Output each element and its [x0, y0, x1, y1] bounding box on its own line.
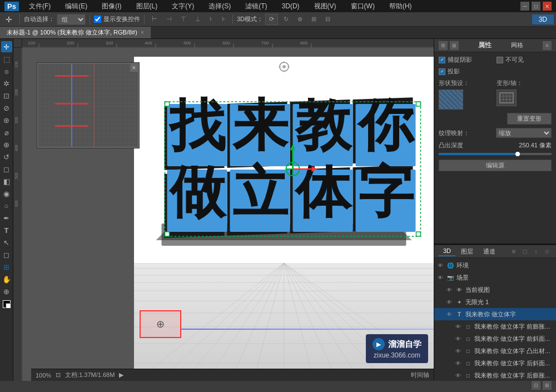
panel-tab-icon-list[interactable]: ≡	[509, 247, 518, 256]
menu-3d[interactable]: 3D(D)	[277, 1, 304, 11]
warp-thumbnail[interactable]	[497, 90, 517, 106]
text-tool[interactable]: T	[1, 225, 12, 236]
align-center-v-btn[interactable]: ⊦	[206, 14, 216, 25]
main-3d-scene[interactable]: 找 来 教 你 做 立 体 字	[134, 57, 434, 369]
pen-tool[interactable]: ✒	[1, 212, 12, 224]
tab-3d[interactable]: 3D	[439, 246, 455, 256]
depth-slider[interactable]	[439, 153, 552, 155]
panel-tab-icon-new[interactable]: □	[520, 247, 529, 256]
capture-shadow-checkbox[interactable]: ✓	[439, 57, 445, 63]
minimize-button[interactable]: ─	[520, 2, 529, 11]
move-tool-btn[interactable]: ✛	[2, 14, 16, 25]
maximize-button[interactable]: □	[532, 2, 540, 11]
layer-item-scene[interactable]: 👁 📷 场景	[434, 271, 556, 284]
align-center-h-btn[interactable]: ⊣	[163, 14, 175, 25]
layer-item-light[interactable]: 👁 ✦ 无限光 1	[434, 296, 556, 308]
3d-slide-btn[interactable]: ⊞	[308, 14, 320, 25]
canvas-content[interactable]: ✕	[31, 57, 434, 381]
layer-eye-text-main[interactable]: 👁	[445, 310, 453, 318]
doc-size-arrow[interactable]: ▶	[119, 371, 123, 379]
brush-tool[interactable]: ⌀	[1, 127, 12, 138]
3d-scale-btn[interactable]: ⊟	[322, 14, 334, 25]
shadow-checkbox[interactable]: ✓	[439, 68, 445, 75]
gradient-tool[interactable]: ◧	[1, 176, 12, 187]
layer-item-front-inflate[interactable]: 👁 □ 我来教你 做立体字 前膨胀...	[434, 320, 556, 333]
layer-eye-current-view[interactable]: 👁	[445, 286, 453, 294]
auto-select-dropdown[interactable]: 组 图层	[57, 14, 86, 25]
align-top-btn[interactable]: ⊥	[192, 14, 204, 25]
close-button[interactable]: ✕	[543, 2, 552, 11]
menu-view[interactable]: 视图(V)	[310, 1, 341, 12]
zoom-fit-icon[interactable]: ⊡	[56, 371, 61, 379]
layer-eye-extrude[interactable]: 👁	[454, 347, 462, 355]
layer-item-back-inflate[interactable]: 👁 □ 我来教你 做立体字 后膨胀...	[434, 369, 556, 381]
3d-tool[interactable]: ⊞	[1, 261, 12, 272]
show-controls-checkbox[interactable]	[94, 16, 101, 23]
layer-item-environment[interactable]: 👁 🌐 环境	[434, 259, 556, 271]
layer-item-text-main[interactable]: 👁 T 我来教你 做立体字	[434, 308, 556, 320]
blur-tool[interactable]: ◉	[1, 188, 12, 199]
texture-map-select[interactable]: 缩放 平铺	[496, 128, 552, 138]
layer-eye-front-inflate[interactable]: 👁	[454, 322, 462, 330]
move-tool[interactable]: ✛	[1, 41, 12, 52]
eyedropper-tool[interactable]: ⊘	[1, 102, 12, 113]
3d-mode-toggle[interactable]: 3D	[532, 14, 554, 24]
layer-name-front-inflate: 我来教你 做立体字 前膨胀...	[474, 322, 554, 331]
background-color[interactable]	[6, 303, 11, 309]
dodge-tool[interactable]: ○	[1, 200, 12, 211]
shape-preset-thumbnail[interactable]	[439, 90, 463, 110]
layer-eye-environment[interactable]: 👁	[436, 261, 444, 269]
prop-more-btn[interactable]: ≡	[543, 41, 552, 50]
clone-stamp-tool[interactable]: ⊕	[1, 139, 12, 150]
layer-eye-back-inflate[interactable]: 👁	[454, 371, 462, 379]
prop-settings-btn[interactable]: ⚙	[439, 41, 448, 50]
menu-select[interactable]: 选择(S)	[204, 1, 235, 12]
panel-tab-icon-up[interactable]: ↑	[532, 247, 540, 256]
zoom-tool[interactable]: ⊕	[1, 286, 12, 297]
layer-eye-light[interactable]: 👁	[445, 298, 453, 306]
menu-text[interactable]: 文字(Y)	[167, 1, 198, 12]
layer-item-extrude[interactable]: 👁 □ 我来教你 做立体字 凸出材...	[434, 345, 556, 357]
tab-close-btn[interactable]: ×	[141, 29, 144, 36]
lasso-tool[interactable]: ⌾	[1, 66, 12, 77]
reset-shape-btn[interactable]: 重置变形	[507, 113, 552, 125]
tab-channels[interactable]: 通道	[479, 246, 500, 257]
invisible-checkbox[interactable]	[497, 57, 503, 63]
foreground-color[interactable]	[3, 300, 11, 308]
3d-pan-btn[interactable]: ⊕	[294, 14, 306, 25]
crop-tool[interactable]: ⊡	[1, 90, 12, 101]
preview-close-btn[interactable]: ✕	[130, 64, 138, 72]
layer-eye-back-bevel[interactable]: 👁	[454, 359, 462, 367]
menu-image[interactable]: 图像(I)	[97, 1, 126, 12]
layer-eye-scene[interactable]: 👁	[436, 274, 444, 281]
shape-tool[interactable]: ◻	[1, 249, 12, 260]
history-brush-tool[interactable]: ↺	[1, 151, 12, 162]
hand-tool[interactable]: ✋	[1, 274, 12, 285]
menu-edit[interactable]: 编辑(E)	[61, 1, 92, 12]
layer-eye-front-bevel[interactable]: 👁	[454, 335, 462, 343]
ruler-horizontal: 100 200 300 400 500 600 700 800	[22, 39, 434, 48]
menu-layer[interactable]: 图层(L)	[132, 1, 162, 12]
healing-brush-tool[interactable]: ⊛	[1, 115, 12, 126]
edit-source-btn[interactable]: 编辑源	[439, 160, 552, 171]
document-tab[interactable]: 未标题-1 @ 100% (我来教你 做立体字, RGB/8#) ×	[0, 27, 151, 38]
menu-help[interactable]: 帮助(H)	[385, 1, 416, 12]
layer-item-current-view[interactable]: 👁 👁 当前视图	[434, 284, 556, 296]
3d-orbit-btn[interactable]: ⟳	[265, 14, 278, 25]
menu-filter[interactable]: 滤镜(T)	[241, 1, 271, 12]
menu-window[interactable]: 窗口(W)	[346, 1, 379, 12]
prop-net-btn[interactable]: ⊞	[450, 41, 459, 50]
marquee-tool[interactable]: ⬚	[1, 53, 12, 64]
align-left-btn[interactable]: ⊢	[148, 14, 161, 25]
panel-tab-icon-star[interactable]: ☆	[543, 247, 552, 256]
magic-wand-tool[interactable]: ✲	[1, 78, 12, 89]
align-right-btn[interactable]: ⊤	[177, 14, 190, 25]
3d-roll-btn[interactable]: ↻	[280, 14, 292, 25]
eraser-tool[interactable]: ◻	[1, 163, 12, 175]
layer-item-front-bevel[interactable]: 👁 □ 我来教你 做立体字 前斜面...	[434, 333, 556, 345]
tab-layers[interactable]: 图层	[456, 246, 478, 257]
layer-item-back-bevel[interactable]: 👁 □ 我来教你 做立体字 后斜面...	[434, 357, 556, 369]
align-bottom-btn[interactable]: ⊧	[219, 14, 229, 25]
menu-file[interactable]: 文件(F)	[24, 1, 55, 12]
path-selection-tool[interactable]: ↖	[1, 237, 12, 248]
